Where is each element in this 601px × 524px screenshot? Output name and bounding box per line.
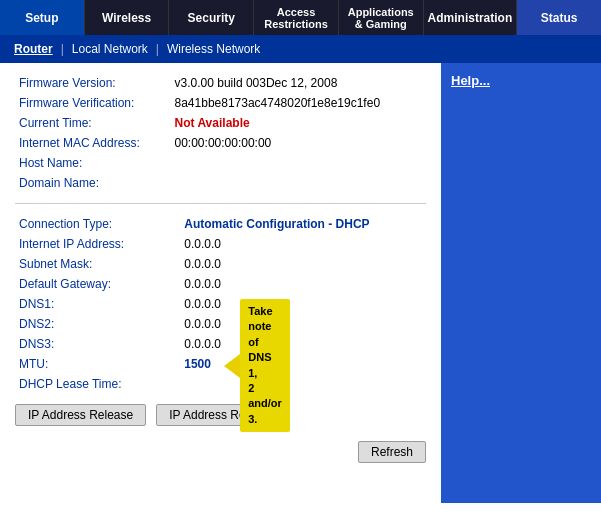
internet-mac-row: Internet MAC Address: 00:00:00:00:00:00 <box>15 133 426 153</box>
main-layout: Firmware Version: v3.0.00 build 003Dec 1… <box>0 63 601 503</box>
internet-mac-label: Internet MAC Address: <box>15 133 171 153</box>
help-link[interactable]: Help... <box>451 73 490 88</box>
internet-ip-label: Internet IP Address: <box>15 234 180 254</box>
firmware-version-value: v3.0.00 build 003Dec 12, 2008 <box>171 73 426 93</box>
firmware-version-label: Firmware Version: <box>15 73 171 93</box>
top-nav: Setup Wireless Security Access Restricti… <box>0 0 601 35</box>
dns-tooltip: Take note of DNS 1, 2 and/or 3. <box>224 299 290 432</box>
section-divider <box>15 203 426 204</box>
subnet-mask-row: Subnet Mask: 0.0.0.0 <box>15 254 426 274</box>
firmware-verification-row: Firmware Verification: 8a41bbe8173ac4748… <box>15 93 426 113</box>
sidebar: Help... <box>441 63 601 503</box>
dns1-label: DNS1: <box>15 294 180 314</box>
ip-release-button[interactable]: IP Address Release <box>15 404 146 426</box>
default-gateway-value: 0.0.0.0 <box>180 274 426 294</box>
subnav-wireless-network[interactable]: Wireless Network <box>161 42 266 56</box>
content-area: Firmware Version: v3.0.00 build 003Dec 1… <box>0 63 441 503</box>
default-gateway-label: Default Gateway: <box>15 274 180 294</box>
action-buttons: IP Address Release IP Address Renew <box>15 404 426 426</box>
subnav-local-network[interactable]: Local Network <box>66 42 154 56</box>
host-name-row: Host Name: <box>15 153 426 173</box>
subnet-mask-label: Subnet Mask: <box>15 254 180 274</box>
current-time-label: Current Time: <box>15 113 171 133</box>
dhcp-lease-row: DHCP Lease Time: <box>15 374 426 394</box>
domain-name-label: Domain Name: <box>15 173 171 193</box>
firmware-version-row: Firmware Version: v3.0.00 build 003Dec 1… <box>15 73 426 93</box>
nav-setup[interactable]: Setup <box>0 0 85 35</box>
mtu-value: 1500 <box>180 354 426 374</box>
default-gateway-row: Default Gateway: 0.0.0.0 <box>15 274 426 294</box>
connection-type-value: Automatic Configuration - DHCP <box>180 214 426 234</box>
dns3-label: DNS3: <box>15 334 180 354</box>
host-name-value <box>171 153 426 173</box>
subnav-router[interactable]: Router <box>8 42 59 56</box>
dns1-row: DNS1: 0.0.0.0 <box>15 294 426 314</box>
dhcp-lease-value <box>180 374 426 394</box>
host-name-label: Host Name: <box>15 153 171 173</box>
mtu-row: MTU: 1500 <box>15 354 426 374</box>
dns3-value: 0.0.0.0 <box>180 334 426 354</box>
nav-security[interactable]: Security <box>169 0 254 35</box>
refresh-button[interactable]: Refresh <box>358 441 426 463</box>
current-time-value: Not Available <box>171 113 426 133</box>
domain-name-row: Domain Name: <box>15 173 426 193</box>
dns2-value: 0.0.0.0 <box>184 317 221 331</box>
tooltip-box: Take note of DNS 1, 2 and/or 3. <box>240 299 290 432</box>
refresh-row: Refresh <box>15 436 426 468</box>
dhcp-lease-label: DHCP Lease Time: <box>15 374 180 394</box>
connection-info-table: Connection Type: Automatic Configuration… <box>15 214 426 394</box>
domain-name-value <box>171 173 426 193</box>
sub-nav: Router | Local Network | Wireless Networ… <box>0 35 601 63</box>
internet-ip-row: Internet IP Address: 0.0.0.0 <box>15 234 426 254</box>
connection-type-label: Connection Type: <box>15 214 180 234</box>
nav-administration[interactable]: Administration <box>424 0 518 35</box>
dns2-value-cell: 0.0.0.0 Take note of DNS 1, 2 and/or 3. <box>180 314 426 334</box>
nav-applications-gaming[interactable]: Applications & Gaming <box>339 0 424 35</box>
dns3-row: DNS3: 0.0.0.0 <box>15 334 426 354</box>
firmware-verification-label: Firmware Verification: <box>15 93 171 113</box>
nav-status[interactable]: Status <box>517 0 601 35</box>
dns2-label: DNS2: <box>15 314 180 334</box>
connection-type-row: Connection Type: Automatic Configuration… <box>15 214 426 234</box>
firmware-info-table: Firmware Version: v3.0.00 build 003Dec 1… <box>15 73 426 193</box>
dns1-value: 0.0.0.0 <box>180 294 426 314</box>
subnet-mask-value: 0.0.0.0 <box>180 254 426 274</box>
internet-mac-value: 00:00:00:00:00:00 <box>171 133 426 153</box>
internet-ip-value: 0.0.0.0 <box>180 234 426 254</box>
nav-access-restrictions[interactable]: Access Restrictions <box>254 0 339 35</box>
dns2-row: DNS2: 0.0.0.0 Take note of DNS 1, 2 and/… <box>15 314 426 334</box>
current-time-row: Current Time: Not Available <box>15 113 426 133</box>
tooltip-arrow <box>224 354 240 378</box>
mtu-label: MTU: <box>15 354 180 374</box>
firmware-verification-value: 8a41bbe8173ac4748020f1e8e19c1fe0 <box>171 93 426 113</box>
nav-wireless[interactable]: Wireless <box>85 0 170 35</box>
